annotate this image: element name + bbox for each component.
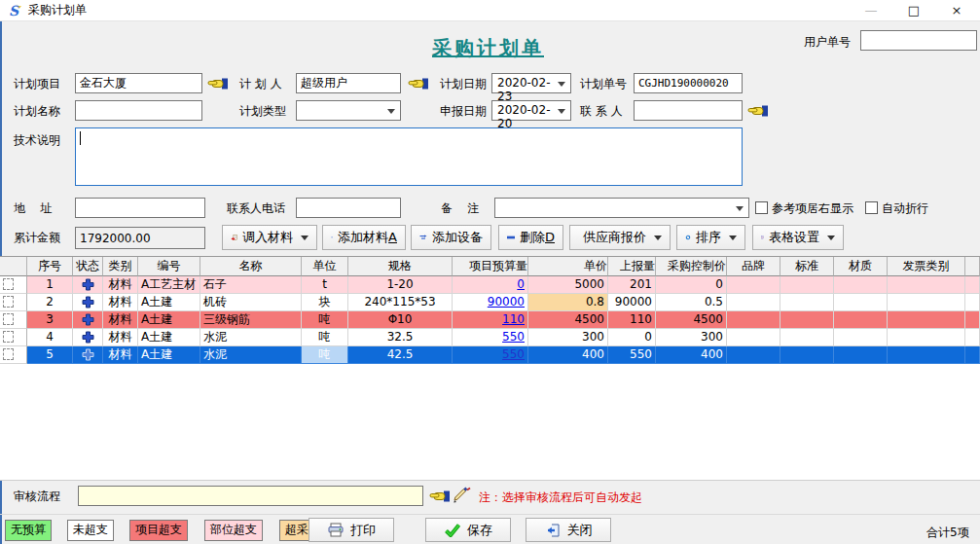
cell-mat[interactable] (834, 329, 888, 346)
supplier-quote-button[interactable]: 供应商报价 (569, 225, 671, 250)
cell-std[interactable] (780, 346, 834, 364)
cell-report[interactable]: 550 (608, 346, 656, 364)
cell-spec[interactable]: 240*115*53 (348, 294, 453, 311)
column-header-spec[interactable]: 规格 (348, 257, 453, 276)
cell-spec[interactable]: 1-20 (348, 276, 453, 294)
cell-brand[interactable] (727, 294, 780, 311)
cell-brand[interactable] (727, 276, 780, 294)
cell-code[interactable]: A土建 (138, 329, 200, 346)
cell-invoice[interactable] (888, 276, 965, 294)
budget-link[interactable]: 90000 (488, 295, 525, 308)
contact-picker-hand-icon[interactable] (747, 103, 769, 119)
declare-date-select[interactable]: 2020-02-20 (491, 100, 571, 121)
budget-link[interactable]: 550 (502, 347, 525, 361)
plan-no-input[interactable] (634, 73, 743, 93)
cell-brand[interactable] (727, 346, 780, 364)
cell-invoice[interactable] (888, 311, 965, 329)
cell-name[interactable]: 机砖 (200, 294, 302, 311)
print-button[interactable]: 打印 (309, 518, 394, 542)
cell-price[interactable]: 400 (528, 346, 608, 364)
cell-code[interactable]: A土建 (138, 294, 200, 311)
contact-phone-input[interactable] (296, 198, 401, 218)
cell-seq[interactable]: 5 (27, 346, 73, 364)
cell-cat[interactable]: 材料 (103, 294, 138, 311)
table-row[interactable]: 2材料A土建机砖块240*115*53900000.8900000.5 (0, 294, 980, 311)
cell-price[interactable]: 0.8 (528, 294, 608, 311)
cell-std[interactable] (780, 329, 834, 346)
cell-cat[interactable]: 材料 (103, 276, 138, 294)
cell-budget[interactable]: 0 (453, 276, 528, 294)
cell-std[interactable] (780, 311, 834, 329)
plan-type-select[interactable] (296, 100, 401, 121)
budget-link[interactable]: 110 (502, 312, 525, 326)
cell-brand[interactable] (727, 329, 780, 346)
cell-price[interactable]: 4500 (528, 311, 608, 329)
cell-status[interactable] (73, 276, 103, 294)
cell-cat[interactable]: 材料 (103, 329, 138, 346)
cell-ctrl[interactable]: 300 (656, 329, 727, 346)
column-header-price[interactable]: 单价 (528, 257, 608, 276)
cell-ctrl[interactable]: 0.5 (656, 294, 727, 311)
cell-unit[interactable]: 吨 (302, 329, 348, 346)
cell-report[interactable]: 110 (608, 311, 656, 329)
cell-spec[interactable]: 32.5 (348, 329, 453, 346)
cell-cat[interactable]: 材料 (103, 346, 138, 364)
cell-mat[interactable] (834, 311, 888, 329)
cell-ctrl[interactable]: 400 (656, 346, 727, 364)
budget-link[interactable]: 0 (517, 277, 525, 291)
cell-ctrl[interactable]: 0 (656, 276, 727, 294)
cell-report[interactable]: 90000 (608, 294, 656, 311)
cell-report[interactable]: 0 (608, 329, 656, 346)
cell-price[interactable]: 5000 (528, 276, 608, 294)
cell-status[interactable] (73, 346, 103, 364)
column-header-report[interactable]: 上报量 (608, 257, 656, 276)
column-header-budget[interactable]: 项目预算量 (453, 257, 528, 276)
row-selector[interactable] (0, 276, 27, 294)
column-header-cat[interactable]: 类别 (103, 257, 138, 276)
cell-budget[interactable]: 550 (453, 329, 528, 346)
cell-code[interactable]: A工艺主材 (138, 276, 200, 294)
column-header-invoice[interactable]: 发票类别 (888, 257, 965, 276)
planner-input[interactable] (296, 73, 401, 93)
project-picker-hand-icon[interactable] (207, 76, 229, 91)
cell-budget[interactable]: 90000 (453, 294, 528, 311)
cell-name[interactable]: 石子 (200, 276, 302, 294)
cell-unit[interactable]: 吨 (302, 346, 348, 364)
cell-code[interactable]: A土建 (138, 311, 200, 329)
remark-select[interactable] (494, 198, 749, 218)
column-header-ctrl[interactable]: 采购控制价 (656, 257, 727, 276)
pencil-icon[interactable] (451, 487, 472, 503)
cell-seq[interactable]: 1 (27, 276, 73, 294)
add-equipment-button[interactable]: 添加设备 (411, 225, 491, 250)
cell-invoice[interactable] (888, 329, 965, 346)
cell-mat[interactable] (834, 276, 888, 294)
column-header-brand[interactable]: 品牌 (727, 257, 780, 276)
cell-name[interactable]: 三级钢筋 (200, 311, 302, 329)
row-selector[interactable] (0, 329, 27, 346)
contact-input[interactable] (634, 100, 743, 121)
column-header-unit[interactable]: 单位 (302, 257, 348, 276)
plan-date-select[interactable]: 2020-02-23 (491, 73, 571, 93)
cell-status[interactable] (73, 294, 103, 311)
column-header-std[interactable]: 标准 (780, 257, 834, 276)
tech-note-input[interactable] (75, 127, 743, 186)
cell-unit[interactable]: 吨 (302, 311, 348, 329)
cell-invoice[interactable] (888, 346, 965, 364)
column-header-status[interactable]: 状态 (73, 257, 103, 276)
row-selector[interactable] (0, 294, 27, 311)
review-picker-hand-icon[interactable] (429, 489, 451, 504)
column-header-seq[interactable]: 序号 (27, 257, 73, 276)
auto-wrap-checkbox[interactable] (865, 201, 878, 214)
minimize-button[interactable]: — (850, 0, 892, 21)
review-flow-input[interactable] (78, 486, 423, 506)
cell-unit[interactable]: 块 (302, 294, 348, 311)
cell-invoice[interactable] (888, 294, 965, 311)
close-form-button[interactable]: 关闭 (526, 518, 611, 542)
user-no-input[interactable] (860, 30, 977, 51)
cell-cat[interactable]: 材料 (103, 311, 138, 329)
table-row[interactable]: 1材料A工艺主材石子t1-20050002010 (0, 276, 980, 294)
column-header-mat[interactable]: 材质 (834, 257, 888, 276)
cell-price[interactable]: 300 (528, 329, 608, 346)
planner-picker-hand-icon[interactable] (408, 76, 429, 91)
table-row[interactable]: 4材料A土建水泥吨32.55503000300 (0, 329, 980, 346)
